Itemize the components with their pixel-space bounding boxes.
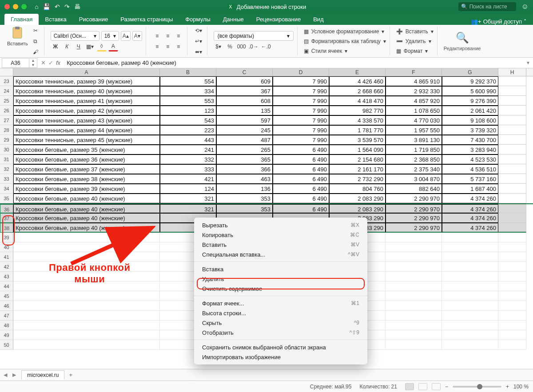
row-header[interactable]: 23 (0, 76, 13, 86)
cell[interactable] (498, 330, 526, 340)
redo-icon[interactable]: ↷ (64, 3, 70, 10)
cell[interactable]: Кроссовки теннисные, размер 40 (мужские) (13, 86, 160, 96)
cell[interactable]: 4 865 910 (386, 76, 442, 86)
row-header[interactable]: 39 (0, 233, 13, 242)
undo-icon[interactable]: ↶ (55, 3, 60, 10)
row-header[interactable]: 49 (0, 330, 13, 340)
col-header-F[interactable]: F (386, 68, 442, 76)
cell[interactable]: Кроссовки теннисные, размер 41 (мужские) (13, 96, 160, 106)
cell[interactable]: 3 283 940 (442, 145, 498, 154)
row-header[interactable]: 28 (0, 125, 13, 135)
cell[interactable] (498, 291, 526, 301)
decrease-decimal-icon[interactable]: ←.0 (261, 42, 271, 51)
row-header[interactable]: 44 (0, 281, 13, 291)
cell[interactable]: 7 990 (273, 76, 329, 86)
save-icon[interactable]: 💾 (43, 3, 50, 10)
cell[interactable]: 123 (160, 106, 216, 115)
cell[interactable] (498, 242, 526, 252)
col-header-D[interactable]: D (273, 68, 329, 76)
cell[interactable]: 487 (216, 135, 273, 145)
cell[interactable] (498, 145, 526, 154)
cell[interactable]: 321 (160, 204, 216, 213)
cell[interactable]: 2 290 970 (386, 194, 442, 203)
cell[interactable]: 265 (216, 145, 273, 154)
size-select[interactable]: 16▾ (101, 31, 119, 41)
close-icon[interactable] (4, 4, 10, 9)
cell[interactable]: 7 990 (273, 135, 329, 145)
cell[interactable]: 332 (160, 154, 216, 164)
cell[interactable]: 2 161 170 (329, 164, 386, 174)
cell[interactable]: 982 770 (329, 106, 386, 115)
cell[interactable] (386, 291, 442, 301)
view-page-break-icon[interactable] (432, 383, 441, 390)
cell[interactable]: 2 375 340 (386, 164, 442, 174)
cell[interactable]: 4 374 260 (442, 223, 498, 233)
cell[interactable] (498, 262, 526, 272)
zoom-out-icon[interactable]: − (445, 384, 448, 390)
cell[interactable]: 353 (216, 204, 273, 213)
row-header[interactable]: 36 (0, 204, 13, 213)
cell[interactable]: 443 (160, 135, 216, 145)
cell[interactable]: 9 108 600 (442, 115, 498, 125)
cell[interactable]: 4 770 030 (386, 115, 442, 125)
row-header[interactable]: 27 (0, 115, 13, 125)
col-header-B[interactable]: B (160, 68, 216, 76)
cell[interactable] (442, 262, 498, 272)
merge-icon[interactable]: ⬌▾ (194, 47, 203, 57)
row-header[interactable]: 35 (0, 194, 13, 203)
row-header[interactable]: 41 (0, 252, 13, 262)
cell[interactable] (386, 272, 442, 281)
name-box-stepper[interactable]: ▲▼ (29, 58, 37, 68)
cell[interactable]: 2 083 290 (329, 194, 386, 203)
row-header[interactable]: 25 (0, 96, 13, 106)
col-header-E[interactable]: E (329, 68, 386, 76)
cell[interactable] (386, 252, 442, 262)
cell[interactable] (442, 233, 498, 242)
cell[interactable] (498, 213, 526, 223)
tab-data[interactable]: Данные (217, 14, 250, 25)
cell[interactable]: 334 (160, 86, 216, 96)
cell[interactable]: 804 760 (329, 184, 386, 194)
cell[interactable]: 135 (216, 106, 273, 115)
tab-formulas[interactable]: Формулы (179, 14, 217, 25)
cell[interactable] (13, 291, 160, 301)
cell[interactable]: Кроссовки беговые, размер 40 (женские) (13, 194, 160, 203)
sheet-prev-icon[interactable]: ◀ (4, 372, 11, 378)
cell[interactable] (442, 272, 498, 281)
currency-icon[interactable]: $▾ (214, 42, 223, 51)
cell[interactable]: 4 857 920 (386, 96, 442, 106)
cell[interactable]: 7 990 (273, 106, 329, 115)
cell[interactable]: 3 539 570 (329, 135, 386, 145)
add-sheet-button[interactable]: + (66, 372, 75, 378)
cell[interactable] (498, 301, 526, 311)
italic-icon[interactable]: К (62, 42, 72, 51)
cell[interactable]: 3 004 870 (386, 174, 442, 184)
cell[interactable]: Кроссовки теннисные, размер 44 (мужские) (13, 125, 160, 135)
cell[interactable]: 609 (216, 76, 273, 86)
cell[interactable] (498, 223, 526, 233)
cell[interactable]: Кроссовки беговые, размер 36 (женские) (13, 154, 160, 164)
cell[interactable] (442, 301, 498, 311)
cell[interactable]: 9 292 370 (442, 76, 498, 86)
tab-draw[interactable]: Рисование (73, 14, 114, 25)
cell[interactable]: 2 290 970 (386, 213, 442, 223)
cell[interactable]: 321 (160, 194, 216, 203)
cell[interactable]: 1 781 770 (329, 125, 386, 135)
context-menu-item[interactable]: Очистить содержимое (194, 284, 367, 293)
row-header[interactable]: 33 (0, 174, 13, 184)
cell[interactable]: 2 668 660 (329, 86, 386, 96)
col-header-C[interactable]: C (216, 68, 273, 76)
conditional-formatting-button[interactable]: ▦ Условное форматирование ▾ (304, 27, 386, 36)
cell[interactable]: 3 891 130 (386, 135, 442, 145)
cell[interactable] (498, 272, 526, 281)
context-menu-item[interactable]: Сохранить снимок выбранной области экран… (194, 342, 367, 352)
cell[interactable]: 333 (160, 164, 216, 174)
row-header[interactable]: 40 (0, 242, 13, 252)
tab-view[interactable]: Вид (307, 14, 330, 25)
cell[interactable]: 7 990 (273, 125, 329, 135)
cell[interactable] (498, 96, 526, 106)
row-header[interactable]: 42 (0, 262, 13, 272)
cell[interactable] (442, 252, 498, 262)
cell[interactable] (442, 321, 498, 330)
cell[interactable] (13, 242, 160, 252)
